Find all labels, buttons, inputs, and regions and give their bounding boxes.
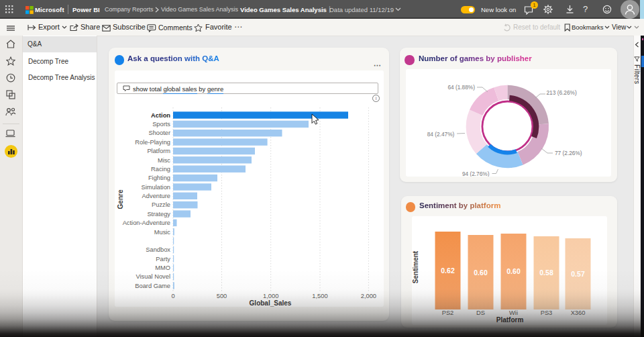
svg-text:213 (6.26%): 213 (6.26%) [547,89,577,96]
svg-text:Visual Novel: Visual Novel [136,273,170,280]
svg-text:Sandbox: Sandbox [146,246,170,253]
svg-text:Genre: Genre [117,189,124,209]
svg-text:PS2: PS2 [442,309,454,316]
svg-text:94 (2.76%): 94 (2.76%) [462,171,490,177]
svg-text:Sentiment: Sentiment [412,250,419,283]
svg-text:0.60: 0.60 [474,269,488,277]
svg-text:Fighting: Fighting [148,175,170,181]
svg-text:PS3: PS3 [541,309,553,316]
svg-text:Action-Adventure: Action-Adventure [123,220,170,226]
svg-text:Shooter: Shooter [148,130,170,136]
svg-text:0: 0 [171,293,174,299]
svg-text:Simulation: Simulation [142,184,170,191]
svg-text:Adventure: Adventure [142,193,170,199]
svg-text:77 (2.26%): 77 (2.26%) [555,150,582,156]
svg-text:1,500: 1,500 [312,293,327,299]
svg-text:Action: Action [151,112,170,119]
svg-text:0.62: 0.62 [441,267,455,275]
svg-text:Wii: Wii [509,309,518,316]
svg-text:Platform: Platform [147,148,170,154]
svg-text:0.57: 0.57 [571,270,585,278]
svg-text:Global_Sales: Global_Sales [250,299,292,307]
svg-text:0.60: 0.60 [506,267,521,275]
svg-text:X360: X360 [571,309,586,316]
svg-text:Puzzle: Puzzle [152,201,170,208]
svg-text:64 (1.88%): 64 (1.88%) [447,84,475,91]
svg-text:Platform: Platform [496,316,524,324]
svg-text:Misc: Misc [158,157,170,164]
svg-text:Strategy: Strategy [147,211,170,218]
svg-text:Sports: Sports [152,121,170,128]
svg-text:0.58: 0.58 [539,269,553,277]
svg-text:1,000: 1,000 [263,293,278,299]
svg-text:84 (2.47%): 84 (2.47%) [427,131,455,138]
svg-text:DS: DS [476,309,485,316]
svg-text:Board Game: Board Game [135,283,170,289]
svg-text:Party: Party [156,256,170,262]
svg-text:MMO: MMO [155,264,170,271]
svg-text:Racing: Racing [151,166,170,173]
svg-text:Role-Playing: Role-Playing [135,139,170,146]
svg-text:2,000: 2,000 [361,293,376,299]
svg-text:Music: Music [154,229,171,236]
svg-text:500: 500 [217,293,227,299]
